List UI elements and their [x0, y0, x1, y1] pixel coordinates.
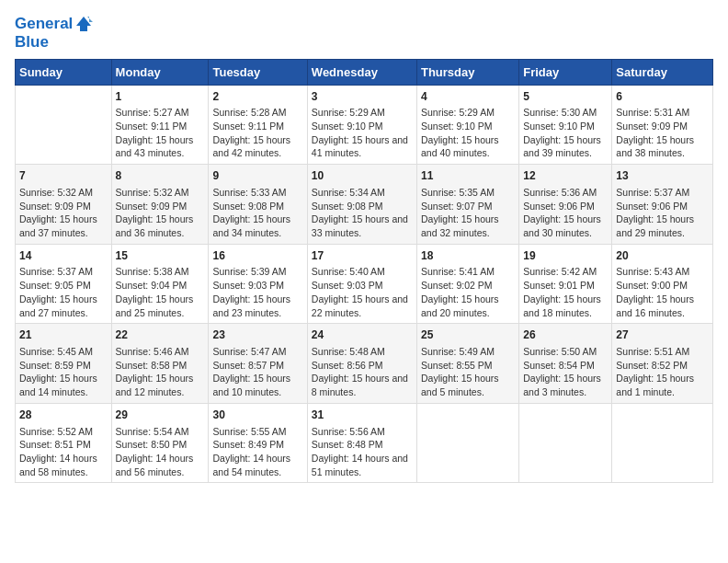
calendar-cell: 9 Sunrise: 5:33 AM Sunset: 9:08 PM Dayli… — [209, 165, 307, 245]
sunrise-info: Sunrise: 5:46 AM — [116, 345, 205, 359]
day-number: 14 — [19, 248, 108, 264]
daylight-info: Daylight: 15 hours and 40 minutes. — [421, 133, 515, 160]
sunrise-info: Sunrise: 5:54 AM — [116, 425, 205, 439]
day-number: 10 — [312, 168, 413, 184]
day-number: 30 — [212, 408, 302, 423]
calendar-cell: 13 Sunrise: 5:37 AM Sunset: 9:06 PM Dayl… — [612, 165, 713, 245]
calendar-cell: 16 Sunrise: 5:39 AM Sunset: 9:03 PM Dayl… — [209, 244, 307, 324]
sunset-info: Sunset: 9:10 PM — [312, 120, 413, 133]
sunrise-info: Sunrise: 5:41 AM — [421, 265, 515, 279]
sunrise-info: Sunrise: 5:35 AM — [421, 186, 515, 200]
daylight-info: Daylight: 15 hours and 34 minutes. — [212, 213, 302, 239]
daylight-info: Daylight: 15 hours and 20 minutes. — [421, 293, 515, 319]
sunset-info: Sunset: 8:55 PM — [421, 359, 515, 373]
day-number: 9 — [212, 168, 302, 184]
svg-marker-1 — [87, 17, 93, 22]
day-number: 2 — [212, 89, 302, 105]
sunset-info: Sunset: 9:03 PM — [312, 279, 413, 293]
calendar-week-row: 7 Sunrise: 5:32 AM Sunset: 9:09 PM Dayli… — [16, 165, 713, 245]
sunset-info: Sunset: 9:05 PM — [19, 279, 108, 293]
sunrise-info: Sunrise: 5:52 AM — [19, 425, 108, 439]
daylight-info: Daylight: 15 hours and 38 minutes. — [616, 133, 709, 160]
svg-marker-0 — [76, 17, 91, 31]
calendar-table: SundayMondayTuesdayWednesdayThursdayFrid… — [15, 59, 713, 484]
day-number: 7 — [19, 168, 108, 184]
daylight-info: Daylight: 15 hours and 18 minutes. — [523, 293, 608, 319]
sunset-info: Sunset: 9:06 PM — [616, 200, 709, 213]
calendar-week-row: 28 Sunrise: 5:52 AM Sunset: 8:51 PM Dayl… — [16, 403, 713, 483]
calendar-cell: 29 Sunrise: 5:54 AM Sunset: 8:50 PM Dayl… — [111, 403, 209, 483]
calendar-cell: 22 Sunrise: 5:46 AM Sunset: 8:58 PM Dayl… — [111, 324, 209, 404]
daylight-info: Daylight: 15 hours and 39 minutes. — [523, 133, 608, 160]
sunrise-info: Sunrise: 5:37 AM — [616, 186, 709, 200]
day-number: 5 — [523, 89, 608, 105]
sunset-info: Sunset: 8:59 PM — [19, 359, 108, 373]
calendar-cell — [416, 403, 518, 483]
calendar-cell: 7 Sunrise: 5:32 AM Sunset: 9:09 PM Dayli… — [16, 165, 112, 245]
daylight-info: Daylight: 15 hours and 37 minutes. — [19, 213, 108, 239]
calendar-week-row: 14 Sunrise: 5:37 AM Sunset: 9:05 PM Dayl… — [16, 244, 713, 324]
sunset-info: Sunset: 8:57 PM — [212, 359, 302, 373]
sunset-info: Sunset: 8:50 PM — [116, 438, 205, 452]
day-number: 29 — [116, 408, 205, 423]
daylight-info: Daylight: 15 hours and 43 minutes. — [116, 133, 205, 160]
sunset-info: Sunset: 9:10 PM — [523, 120, 608, 133]
sunrise-info: Sunrise: 5:34 AM — [312, 186, 413, 200]
sunset-info: Sunset: 8:54 PM — [523, 359, 608, 373]
calendar-cell: 8 Sunrise: 5:32 AM Sunset: 9:09 PM Dayli… — [111, 165, 209, 245]
sunrise-info: Sunrise: 5:55 AM — [212, 425, 302, 439]
sunrise-info: Sunrise: 5:48 AM — [312, 345, 413, 359]
day-number: 22 — [116, 327, 205, 343]
header-day-monday: Monday — [111, 59, 209, 85]
calendar-cell: 10 Sunrise: 5:34 AM Sunset: 9:08 PM Dayl… — [307, 165, 416, 245]
daylight-info: Daylight: 14 hours and 56 minutes. — [116, 452, 205, 478]
sunset-info: Sunset: 8:48 PM — [312, 438, 413, 452]
day-number: 27 — [616, 327, 709, 343]
calendar-cell: 21 Sunrise: 5:45 AM Sunset: 8:59 PM Dayl… — [16, 324, 112, 404]
sunrise-info: Sunrise: 5:31 AM — [616, 106, 709, 120]
sunset-info: Sunset: 9:03 PM — [212, 279, 302, 293]
logo-general: General — [15, 15, 73, 33]
calendar-cell: 30 Sunrise: 5:55 AM Sunset: 8:49 PM Dayl… — [209, 403, 307, 483]
day-number: 15 — [116, 248, 205, 264]
day-number: 19 — [523, 248, 608, 264]
calendar-header-row: SundayMondayTuesdayWednesdayThursdayFrid… — [16, 59, 713, 85]
day-number: 8 — [116, 168, 205, 184]
sunset-info: Sunset: 9:00 PM — [616, 279, 709, 293]
calendar-cell: 31 Sunrise: 5:56 AM Sunset: 8:48 PM Dayl… — [307, 403, 416, 483]
calendar-cell: 5 Sunrise: 5:30 AM Sunset: 9:10 PM Dayli… — [519, 85, 612, 165]
sunrise-info: Sunrise: 5:29 AM — [312, 106, 413, 120]
calendar-cell: 4 Sunrise: 5:29 AM Sunset: 9:10 PM Dayli… — [416, 85, 518, 165]
day-number: 23 — [212, 327, 302, 343]
sunrise-info: Sunrise: 5:51 AM — [616, 345, 709, 359]
calendar-cell: 14 Sunrise: 5:37 AM Sunset: 9:05 PM Dayl… — [16, 244, 112, 324]
daylight-info: Daylight: 15 hours and 5 minutes. — [421, 372, 515, 398]
sunset-info: Sunset: 9:02 PM — [421, 279, 515, 293]
sunset-info: Sunset: 9:09 PM — [116, 200, 205, 213]
header-day-tuesday: Tuesday — [209, 59, 307, 85]
logo: General Blue — [15, 15, 93, 52]
header-day-thursday: Thursday — [416, 59, 518, 85]
calendar-cell: 24 Sunrise: 5:48 AM Sunset: 8:56 PM Dayl… — [307, 324, 416, 404]
daylight-info: Daylight: 14 hours and 54 minutes. — [212, 452, 302, 478]
calendar-cell: 2 Sunrise: 5:28 AM Sunset: 9:11 PM Dayli… — [209, 85, 307, 165]
day-number: 26 — [523, 327, 608, 343]
day-number: 21 — [19, 327, 108, 343]
sunset-info: Sunset: 9:11 PM — [212, 120, 302, 133]
sunrise-info: Sunrise: 5:42 AM — [523, 265, 608, 279]
day-number: 17 — [312, 248, 413, 264]
header-day-wednesday: Wednesday — [307, 59, 416, 85]
sunrise-info: Sunrise: 5:27 AM — [116, 106, 205, 120]
daylight-info: Daylight: 15 hours and 41 minutes. — [312, 133, 413, 160]
calendar-cell: 27 Sunrise: 5:51 AM Sunset: 8:52 PM Dayl… — [612, 324, 713, 404]
sunrise-info: Sunrise: 5:28 AM — [212, 106, 302, 120]
header-day-saturday: Saturday — [612, 59, 713, 85]
day-number: 28 — [19, 408, 108, 423]
sunrise-info: Sunrise: 5:45 AM — [19, 345, 108, 359]
day-number: 12 — [523, 168, 608, 184]
calendar-cell: 11 Sunrise: 5:35 AM Sunset: 9:07 PM Dayl… — [416, 165, 518, 245]
calendar-cell: 23 Sunrise: 5:47 AM Sunset: 8:57 PM Dayl… — [209, 324, 307, 404]
sunset-info: Sunset: 8:52 PM — [616, 359, 709, 373]
sunrise-info: Sunrise: 5:36 AM — [523, 186, 608, 200]
day-number: 6 — [616, 89, 709, 105]
